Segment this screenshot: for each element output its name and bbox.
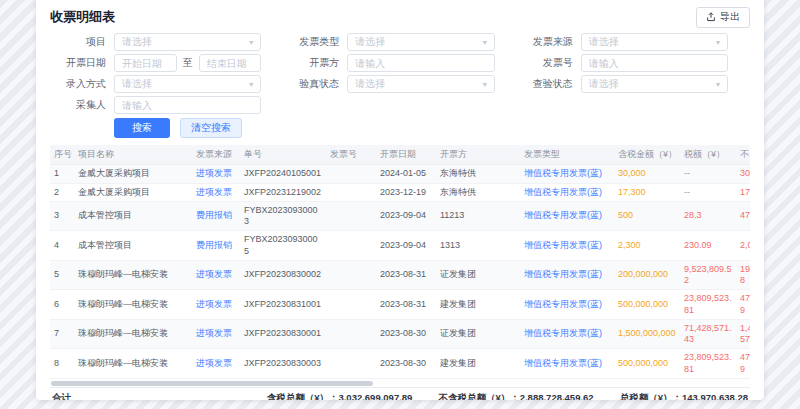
cell-amount-without-tax: 17,300 xyxy=(736,183,750,201)
cell-project-name: 金威大厦采购项目 xyxy=(74,165,192,183)
cell-invoice-date: 2023-08-30 xyxy=(376,319,436,349)
invoice-source-select-value: 请选择 xyxy=(589,35,619,49)
cell-invoice-no xyxy=(326,349,376,379)
cell-invoice-no xyxy=(326,319,376,349)
chevron-down-icon: ▾ xyxy=(483,38,487,47)
cell-invoice-source: 进项发票 xyxy=(192,165,240,183)
export-icon xyxy=(706,12,716,22)
cell-issuer: 东海特供 xyxy=(436,165,520,183)
verify-status-label: 验真状态 xyxy=(283,77,339,91)
project-select[interactable]: 请选择 ▾ xyxy=(114,33,261,51)
invoice-type-select-value: 请选择 xyxy=(355,35,385,49)
verify-status-select[interactable]: 请选择 ▾ xyxy=(347,75,494,93)
table-row[interactable]: 4 成本管控项目 费用报销 FYBX20230930005 2023-09-04… xyxy=(50,231,750,261)
cell-invoice-source: 费用报销 xyxy=(192,201,240,231)
invoice-source-select[interactable]: 请选择 ▾ xyxy=(581,33,728,51)
column-header: 发票来源 xyxy=(192,145,240,165)
column-header: 序号 xyxy=(50,145,74,165)
cell-amount-without-tax: 30,000 xyxy=(736,165,750,183)
cell-order-no: JXFP20231219002 xyxy=(240,183,326,201)
cell-invoice-source: 进项发票 xyxy=(192,319,240,349)
cell-amount-without-tax: 190,476,190.48 xyxy=(736,260,750,290)
column-header: 开票方 xyxy=(436,145,520,165)
table-row[interactable]: 5 珠穆朗玛峰—电梯安装 进项发票 JXFP20230830002 2023-0… xyxy=(50,260,750,290)
cell-index: 3 xyxy=(50,201,74,231)
cell-invoice-type: 增值税专用发票(蓝) xyxy=(520,231,614,261)
cell-invoice-no xyxy=(326,201,376,231)
column-header: 含税金额（¥） xyxy=(614,145,680,165)
chevron-down-icon: ▾ xyxy=(249,80,253,89)
issuer-input[interactable] xyxy=(347,54,494,72)
table-row[interactable]: 1 金威大厦采购项目 进项发票 JXFP20240105001 2024-01-… xyxy=(50,165,750,183)
cell-project-name: 珠穆朗玛峰—电梯安装 xyxy=(74,290,192,320)
cell-amount-with-tax: 500 xyxy=(614,201,680,231)
invoice-date-start-input[interactable] xyxy=(114,54,177,72)
cell-invoice-no xyxy=(326,290,376,320)
totals-label: 合计 xyxy=(52,392,71,400)
export-button-label: 导出 xyxy=(720,10,740,24)
check-status-label: 查验状态 xyxy=(517,77,573,91)
cell-order-no: FYBX20230930005 xyxy=(240,231,326,261)
cell-index: 6 xyxy=(50,290,74,320)
cell-invoice-type: 增值税专用发票(蓝) xyxy=(520,183,614,201)
invoice-type-select[interactable]: 请选择 ▾ xyxy=(347,33,494,51)
chevron-down-icon: ▾ xyxy=(249,38,253,47)
invoice-report-panel: 收票明细表 导出 项目 请选择 ▾ 发票类型 请选择 ▾ xyxy=(36,0,764,400)
table-row[interactable]: 3 成本管控项目 费用报销 FYBX20230930003 2023-09-04… xyxy=(50,201,750,231)
entry-method-select[interactable]: 请选择 ▾ xyxy=(114,75,261,93)
cell-invoice-type: 增值税专用发票(蓝) xyxy=(520,260,614,290)
cell-tax: 230.09 xyxy=(680,231,736,261)
table-row[interactable]: 8 珠穆朗玛峰—电梯安装 进项发票 JXFP20230830003 2023-0… xyxy=(50,349,750,379)
export-button[interactable]: 导出 xyxy=(696,7,750,28)
check-status-select-value: 请选择 xyxy=(589,77,619,91)
cell-invoice-date: 2023-08-31 xyxy=(376,290,436,320)
total-without-tax: 不含税总额（¥）：2,888,728,459.62 xyxy=(438,392,593,400)
horizontal-scrollbar-thumb[interactable] xyxy=(51,381,373,386)
cell-tax: 9,523,809.52 xyxy=(680,260,736,290)
cell-amount-with-tax: 2,300 xyxy=(614,231,680,261)
cell-tax: -- xyxy=(680,183,736,201)
collector-input[interactable] xyxy=(114,96,261,114)
cell-order-no: JXFP20240105001 xyxy=(240,165,326,183)
cell-invoice-date: 2023-12-19 xyxy=(376,183,436,201)
cell-tax: -- xyxy=(680,165,736,183)
cell-tax: 23,809,523.81 xyxy=(680,290,736,320)
cell-invoice-type: 增值税专用发票(蓝) xyxy=(520,349,614,379)
table-row[interactable]: 6 珠穆朗玛峰—电梯安装 进项发票 JXFP20230831001 2023-0… xyxy=(50,290,750,320)
cell-tax: 23,809,523.81 xyxy=(680,349,736,379)
cell-issuer: 建发集团 xyxy=(436,290,520,320)
cell-index: 5 xyxy=(50,260,74,290)
cell-index: 2 xyxy=(50,183,74,201)
cell-invoice-source: 进项发票 xyxy=(192,260,240,290)
chevron-down-icon: ▾ xyxy=(716,38,720,47)
cell-issuer: 证发集团 xyxy=(436,319,520,349)
cell-invoice-no xyxy=(326,165,376,183)
invoice-table: 序号项目名称发票来源单号发票号开票日期开票方发票类型含税金额（¥）税额（¥）不含… xyxy=(50,145,750,379)
cell-amount-with-tax: 1,500,000,000 xyxy=(614,319,680,349)
table-header-row: 序号项目名称发票来源单号发票号开票日期开票方发票类型含税金额（¥）税额（¥）不含… xyxy=(50,145,750,165)
column-header: 开票日期 xyxy=(376,145,436,165)
invoice-no-input[interactable] xyxy=(581,54,728,72)
clear-search-button[interactable]: 清空搜索 xyxy=(180,118,242,138)
cell-order-no: JXFP20230831001 xyxy=(240,290,326,320)
invoice-date-end-input[interactable] xyxy=(199,54,262,72)
cell-issuer: 建发集团 xyxy=(436,349,520,379)
project-label: 项目 xyxy=(50,35,106,49)
cell-index: 1 xyxy=(50,165,74,183)
horizontal-scrollbar[interactable] xyxy=(50,381,750,386)
cell-issuer: 11213 xyxy=(436,201,520,231)
verify-status-select-value: 请选择 xyxy=(355,77,385,91)
table-row[interactable]: 7 珠穆朗玛峰—电梯安装 进项发票 JXFP20230830001 2023-0… xyxy=(50,319,750,349)
cell-tax: 28.3 xyxy=(680,201,736,231)
cell-invoice-date: 2024-01-05 xyxy=(376,165,436,183)
invoice-date-label: 开票日期 xyxy=(50,56,106,70)
cell-invoice-source: 进项发票 xyxy=(192,290,240,320)
search-button[interactable]: 搜索 xyxy=(114,118,170,138)
cell-amount-with-tax: 200,000,000 xyxy=(614,260,680,290)
table-row[interactable]: 2 金威大厦采购项目 进项发票 JXFP20231219002 2023-12-… xyxy=(50,183,750,201)
check-status-select[interactable]: 请选择 ▾ xyxy=(581,75,728,93)
invoice-table-body: 1 金威大厦采购项目 进项发票 JXFP20240105001 2024-01-… xyxy=(50,165,750,379)
chevron-down-icon: ▾ xyxy=(716,80,720,89)
column-header: 项目名称 xyxy=(74,145,192,165)
cell-amount-with-tax: 500,000,000 xyxy=(614,290,680,320)
